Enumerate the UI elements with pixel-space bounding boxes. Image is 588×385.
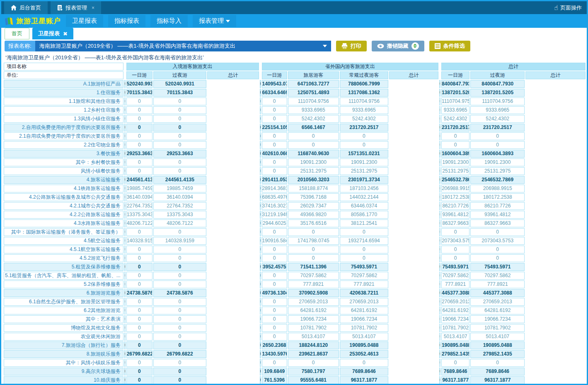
data-cell[interactable]: 7689.8646 bbox=[470, 368, 525, 375]
data-cell[interactable]: 0 bbox=[124, 350, 126, 358]
row-label[interactable]: 其中：风情小镇娱乐服务 bbox=[4, 359, 123, 367]
data-cell[interactable]: 0 bbox=[439, 263, 440, 271]
data-cell[interactable]: 0 bbox=[124, 167, 126, 175]
data-cell[interactable]: 0 bbox=[439, 219, 440, 227]
row-label[interactable]: 4.5.2游览飞行服务 bbox=[4, 254, 123, 262]
data-cell[interactable]: 19885.7459 bbox=[126, 185, 152, 192]
data-cell[interactable]: 0 bbox=[260, 211, 261, 219]
data-cell[interactable]: 5242.4302 bbox=[470, 115, 525, 123]
data-cell[interactable]: 25131.2975 bbox=[288, 167, 339, 175]
data-cell[interactable]: 0 bbox=[124, 263, 126, 271]
data-cell[interactable]: 180172.2538 bbox=[441, 193, 469, 201]
data-cell[interactable]: 75493.5971 bbox=[470, 263, 525, 271]
data-cell[interactable]: 1387201.5205 bbox=[441, 89, 469, 97]
data-cell[interactable]: 0 bbox=[153, 298, 206, 306]
data-cell[interactable]: 36140.0394 bbox=[153, 193, 206, 201]
data-cell[interactable]: 0 bbox=[470, 141, 525, 149]
data-cell[interactable]: 761.5396 bbox=[262, 376, 287, 384]
data-cell[interactable]: 244561.4135 bbox=[126, 176, 152, 184]
data-cell[interactable]: 0 bbox=[124, 89, 126, 97]
data-cell[interactable]: 0 bbox=[470, 228, 525, 236]
data-cell[interactable]: 49366.9820 bbox=[288, 211, 339, 219]
data-cell[interactable]: 206988.9915 bbox=[441, 185, 469, 192]
data-cell[interactable]: 0 bbox=[439, 106, 440, 114]
data-cell[interactable]: 190895.0488 bbox=[441, 341, 469, 349]
top-tab-report-management[interactable]: 报表管理 × bbox=[51, 1, 101, 14]
data-cell[interactable]: 0 bbox=[340, 132, 389, 140]
data-cell[interactable]: 0 bbox=[439, 341, 440, 349]
data-cell[interactable]: 70115.3843 bbox=[126, 89, 152, 97]
data-cell[interactable]: 0 bbox=[153, 359, 206, 367]
data-cell[interactable]: 10781.7902 bbox=[288, 324, 339, 332]
data-cell[interactable]: 13430.5976 bbox=[262, 350, 287, 358]
row-label[interactable]: 4.5航空运输服务 bbox=[4, 237, 123, 245]
data-cell[interactable]: 0 bbox=[126, 132, 152, 140]
data-cell[interactable]: 3952.4575 bbox=[262, 263, 287, 271]
data-cell[interactable]: 0 bbox=[288, 228, 339, 236]
data-cell[interactable]: 0 bbox=[153, 124, 206, 132]
data-cell[interactable]: 0 bbox=[439, 307, 440, 314]
data-cell[interactable]: 0 bbox=[439, 289, 440, 297]
data-cell[interactable]: 279852.1435 bbox=[470, 350, 525, 358]
data-cell[interactable]: 0 bbox=[260, 228, 261, 236]
data-cell[interactable]: 0 bbox=[260, 158, 261, 166]
data-cell[interactable]: 19066.7234 bbox=[340, 315, 389, 323]
data-cell[interactable]: 0 bbox=[260, 333, 261, 341]
data-cell[interactable]: 0 bbox=[124, 272, 126, 280]
data-cell[interactable]: 0 bbox=[439, 350, 440, 358]
data-cell[interactable]: 0 bbox=[124, 324, 126, 332]
data-cell[interactable]: 0 bbox=[262, 307, 287, 314]
data-cell[interactable]: 253052.4613 bbox=[340, 350, 389, 358]
data-cell[interactable]: 5013.4107 bbox=[441, 333, 469, 341]
data-cell[interactable]: 0 bbox=[153, 158, 206, 166]
data-cell[interactable]: 0 bbox=[439, 185, 440, 192]
data-cell[interactable]: 0 bbox=[262, 254, 287, 262]
data-cell[interactable]: 0 bbox=[260, 307, 261, 314]
data-cell[interactable]: 9333.6965 bbox=[340, 106, 389, 114]
data-cell[interactable]: 188244.8120 bbox=[288, 341, 339, 349]
data-cell[interactable]: 0 bbox=[262, 359, 287, 367]
data-cell[interactable]: 86327.9663 bbox=[470, 219, 525, 227]
data-cell[interactable]: 0 bbox=[439, 280, 440, 288]
data-cell[interactable]: 25131.2975 bbox=[441, 167, 469, 175]
data-cell[interactable]: 0 bbox=[441, 359, 469, 367]
data-cell[interactable]: 0 bbox=[126, 341, 152, 349]
data-cell[interactable]: 0 bbox=[439, 368, 440, 375]
data-cell[interactable]: 22764.7352 bbox=[126, 202, 152, 210]
nav-item-satellite-report[interactable]: 卫星报表 bbox=[66, 15, 103, 27]
data-cell[interactable]: 5242.4302 bbox=[288, 115, 339, 123]
data-cell[interactable]: 0 bbox=[470, 246, 525, 253]
data-cell[interactable]: 0 bbox=[124, 176, 126, 184]
data-cell[interactable]: 0 bbox=[126, 124, 152, 132]
data-cell[interactable]: 0 bbox=[340, 359, 389, 367]
data-cell[interactable]: 0 bbox=[262, 106, 287, 114]
data-cell[interactable]: 0 bbox=[260, 193, 261, 201]
data-cell[interactable]: 0 bbox=[470, 359, 525, 367]
data-cell[interactable]: 86327.9663 bbox=[441, 219, 469, 227]
data-cell[interactable]: 0 bbox=[288, 132, 339, 140]
data-cell[interactable]: 0 bbox=[153, 376, 206, 384]
row-label[interactable]: 风情小镇餐饮服务 bbox=[4, 167, 123, 175]
page-actions-button[interactable]: ☝ 页面操作 bbox=[554, 1, 587, 14]
row-label[interactable]: 2.自用或免费使用的用于度假的次要居所服务 bbox=[4, 124, 123, 132]
data-cell[interactable]: 95555.6481 bbox=[288, 376, 339, 384]
data-cell[interactable]: 190895.0488 bbox=[340, 341, 389, 349]
undo-hide-button[interactable]: 撤销隐藏 0 bbox=[372, 41, 424, 51]
row-label[interactable]: 1.2乡村住宿服务 bbox=[4, 106, 123, 114]
data-cell[interactable]: 777.8921 bbox=[441, 280, 469, 288]
data-cell[interactable]: 1110704.9756 bbox=[340, 97, 389, 105]
data-cell[interactable]: 0 bbox=[126, 246, 152, 253]
data-cell[interactable]: 0 bbox=[439, 324, 440, 332]
data-cell[interactable]: 0 bbox=[124, 141, 126, 149]
data-cell[interactable]: 0 bbox=[153, 132, 206, 140]
data-cell[interactable]: 0 bbox=[124, 219, 126, 227]
data-cell[interactable]: 93961.4812 bbox=[441, 211, 469, 219]
data-cell[interactable]: 75493.5971 bbox=[441, 263, 469, 271]
data-cell[interactable]: 1932714.6594 bbox=[340, 237, 389, 245]
data-cell[interactable]: 19091.2300 bbox=[288, 158, 339, 166]
data-cell[interactable]: 0 bbox=[260, 106, 261, 114]
top-tab-backend-home[interactable]: 后台首页 bbox=[4, 1, 48, 14]
data-cell[interactable]: 2546532.7869 bbox=[470, 176, 525, 184]
data-cell[interactable]: 0 bbox=[260, 272, 261, 280]
data-cell[interactable]: 109.6849 bbox=[262, 368, 287, 375]
